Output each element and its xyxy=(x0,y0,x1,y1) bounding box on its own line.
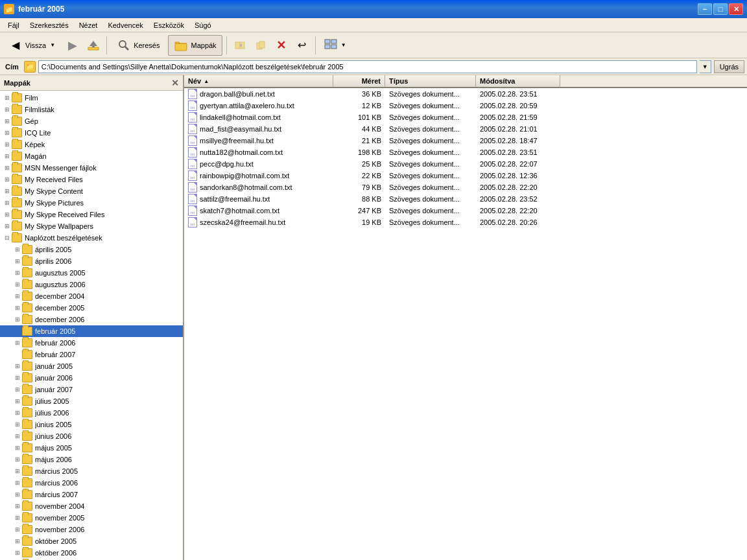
address-input[interactable] xyxy=(38,60,697,73)
view-dropdown-icon[interactable]: ▼ xyxy=(341,42,346,48)
tree-item[interactable]: ⊞augusztus 2006 xyxy=(0,279,183,290)
tree-expand-icon[interactable]: ⊞ xyxy=(3,175,12,184)
tree-expand-icon[interactable]: ⊞ xyxy=(3,198,12,207)
tree-item[interactable]: ⊞december 2004 xyxy=(0,290,183,302)
move-button[interactable] xyxy=(231,35,249,56)
table-row[interactable]: txt dragon.ball@buli.net.txt 36 KB Szöve… xyxy=(184,88,747,100)
table-row[interactable]: txt rainbowpig@hotmail.com.txt 22 KB Szö… xyxy=(184,170,747,181)
forward-button[interactable]: ▶ xyxy=(64,35,82,56)
tree-expand-icon[interactable]: ⊞ xyxy=(13,478,22,487)
tree-item[interactable]: ⊞június 2006 xyxy=(0,430,183,442)
table-row[interactable]: txt lindakell@hotmail.com.txt 101 KB Szö… xyxy=(184,111,747,123)
copy-button[interactable] xyxy=(252,35,270,56)
tree-item[interactable]: ⊞Filmlisták xyxy=(0,104,183,115)
tree-item[interactable]: ⊞My Skype Content xyxy=(0,185,183,197)
col-header-type[interactable]: Típus xyxy=(385,75,476,87)
table-row[interactable]: txt mad_fist@easymail.hu.txt 44 KB Szöve… xyxy=(184,123,747,135)
tree-item[interactable]: ⊞március 2006 xyxy=(0,477,183,489)
close-button[interactable]: ✕ xyxy=(729,3,743,15)
address-dropdown[interactable]: ▼ xyxy=(700,60,711,73)
tree-item[interactable]: ⊞március 2007 xyxy=(0,489,183,500)
tree-item[interactable]: ⊞november 2004 xyxy=(0,500,183,512)
view-button[interactable]: ▼ xyxy=(320,35,351,56)
tree-expand-icon[interactable]: ⊞ xyxy=(13,362,22,371)
table-row[interactable]: txt sandorkan8@hotmail.com.txt 79 KB Szö… xyxy=(184,181,747,193)
tree-item[interactable]: ⊞április 2005 xyxy=(0,244,183,255)
tree-expand-icon[interactable]: ⊞ xyxy=(13,443,22,452)
col-header-name[interactable]: Név ▲ xyxy=(184,75,333,87)
table-row[interactable]: txt szecska24@freemail.hu.txt 19 KB Szöv… xyxy=(184,216,747,228)
up-button[interactable] xyxy=(84,35,102,56)
tree-item[interactable]: ⊞ICQ Lite xyxy=(0,127,183,139)
tree-item[interactable]: ⊞január 2006 xyxy=(0,372,183,384)
tree-expand-icon[interactable]: ⊞ xyxy=(13,467,22,476)
tree-item[interactable]: ⊞január 2005 xyxy=(0,360,183,372)
tree-expand-icon[interactable]: ⊞ xyxy=(13,268,22,277)
tree-expand-icon[interactable]: ⊞ xyxy=(13,292,22,301)
tree-expand-icon[interactable]: ⊞ xyxy=(3,140,12,149)
menu-help[interactable]: Súgó xyxy=(189,20,217,30)
col-header-modified[interactable]: Módosítva xyxy=(476,75,560,87)
go-button[interactable]: Ugrás xyxy=(714,60,744,73)
tree-item[interactable]: ⊞július 2005 xyxy=(0,395,183,407)
menu-favorites[interactable]: Kedvencek xyxy=(102,20,148,30)
menu-file[interactable]: Fájl xyxy=(3,20,25,30)
table-row[interactable]: txt nutta182@hotmail.com.txt 198 KB Szöv… xyxy=(184,146,747,158)
tree-item[interactable]: ⊞november 2006 xyxy=(0,524,183,535)
minimize-button[interactable]: − xyxy=(698,3,712,15)
tree-item[interactable]: ⊞július 2006 xyxy=(0,407,183,419)
tree-item[interactable]: ⊞június 2005 xyxy=(0,419,183,430)
tree-expand-icon[interactable]: ⊞ xyxy=(13,408,22,417)
tree-expand-icon[interactable]: ⊞ xyxy=(13,373,22,382)
table-row[interactable]: txt msillye@freemail.hu.txt 21 KB Szöveg… xyxy=(184,135,747,146)
tree-expand-icon[interactable]: ⊞ xyxy=(3,222,12,231)
tree-expand-icon[interactable]: ⊞ xyxy=(13,513,22,522)
tree-item[interactable]: február 2005 xyxy=(0,325,183,337)
table-row[interactable]: txt sattilz@freemail.hu.txt 88 KB Szöveg… xyxy=(184,193,747,205)
tree-expand-icon[interactable]: ⊞ xyxy=(3,105,12,114)
tree-item[interactable]: ⊞március 2005 xyxy=(0,465,183,477)
tree-item[interactable]: ⊞My Skype Pictures xyxy=(0,197,183,209)
tree-expand-icon[interactable]: ⊞ xyxy=(13,455,22,464)
undo-button[interactable]: ↩ xyxy=(293,35,311,56)
tree-item[interactable]: ⊞Gép xyxy=(0,115,183,127)
tree-item[interactable]: ⊞Magán xyxy=(0,150,183,162)
tree-expand-icon[interactable]: ⊞ xyxy=(13,420,22,429)
tree-item[interactable]: ⊞december 2006 xyxy=(0,314,183,325)
tree-item[interactable]: ⊞MSN Messenger fájlok xyxy=(0,162,183,174)
back-dropdown-icon[interactable]: ▼ xyxy=(50,42,55,48)
folder-panel-close[interactable]: ✕ xyxy=(171,78,179,88)
tree-expand-icon[interactable]: ⊟ xyxy=(3,233,12,242)
tree-item[interactable]: ⊞My Received Files xyxy=(0,174,183,185)
delete-button[interactable]: ✕ xyxy=(272,35,290,56)
tree-expand-icon[interactable]: ⊞ xyxy=(3,128,12,137)
tree-expand-icon[interactable]: ⊞ xyxy=(13,315,22,324)
tree-item[interactable]: ⊞december 2005 xyxy=(0,302,183,314)
tree-expand-icon[interactable]: ⊞ xyxy=(13,502,22,511)
tree-item[interactable]: ⊞május 2005 xyxy=(0,442,183,454)
tree-item[interactable]: február 2007 xyxy=(0,349,183,360)
tree-item[interactable]: ⊞Képek xyxy=(0,139,183,150)
table-row[interactable]: txt pecc@dpg.hu.txt 25 KB Szöveges dokum… xyxy=(184,158,747,170)
col-header-size[interactable]: Méret xyxy=(333,75,385,87)
tree-expand-icon[interactable]: ⊞ xyxy=(13,432,22,441)
tree-expand-icon[interactable]: ⊞ xyxy=(13,303,22,312)
tree-expand-icon[interactable]: ⊞ xyxy=(13,385,22,394)
table-row[interactable]: txt gyertyan.attila@axelero.hu.txt 12 KB… xyxy=(184,100,747,111)
folders-button[interactable]: Mappák xyxy=(168,35,222,56)
tree-item[interactable]: ⊞február 2006 xyxy=(0,337,183,349)
tree-expand-icon[interactable]: ⊞ xyxy=(13,280,22,289)
back-button[interactable]: ◀ Vissza ▼ xyxy=(3,35,61,56)
tree-expand-icon[interactable]: ⊞ xyxy=(13,257,22,266)
tree-expand-icon[interactable]: ⊞ xyxy=(3,163,12,172)
tree-expand-icon[interactable]: ⊞ xyxy=(13,245,22,254)
menu-tools[interactable]: Eszközök xyxy=(148,20,189,30)
tree-item[interactable]: ⊞My Skype Wallpapers xyxy=(0,220,183,232)
tree-expand-icon[interactable]: ⊞ xyxy=(3,93,12,102)
tree-item[interactable]: ⊞október 2006 xyxy=(0,547,183,559)
tree-item[interactable]: ⊞november 2005 xyxy=(0,512,183,524)
tree-item[interactable]: ⊞október 2005 xyxy=(0,535,183,547)
tree-item[interactable]: ⊞április 2006 xyxy=(0,255,183,267)
menu-view[interactable]: Nézet xyxy=(74,20,103,30)
tree-expand-icon[interactable]: ⊞ xyxy=(3,117,12,126)
